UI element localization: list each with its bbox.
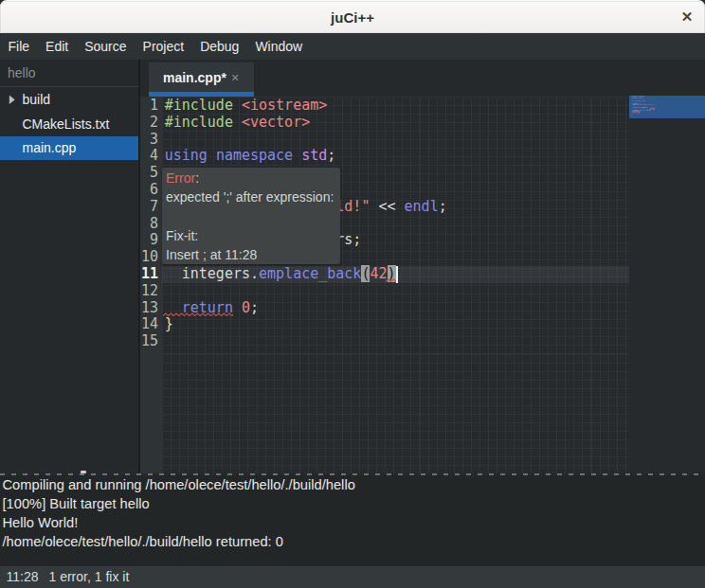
code-token-num: 0 bbox=[242, 299, 250, 316]
code-token-str: <vector> bbox=[242, 114, 310, 131]
code-token-pl bbox=[233, 114, 242, 131]
line-number: 10 bbox=[140, 249, 162, 266]
window-title: juCi++ bbox=[0, 1, 705, 33]
tab-main-cpp[interactable]: main.cpp* × bbox=[149, 62, 254, 97]
code-line-3 bbox=[165, 132, 629, 149]
menu-source[interactable]: Source bbox=[77, 33, 135, 60]
code-line-2: #include <vector> bbox=[165, 115, 629, 132]
code-token-pl: ; bbox=[439, 198, 447, 215]
line-number: 12 bbox=[140, 283, 162, 300]
code-text-area[interactable]: #include <iostream>#include <vector>usin… bbox=[162, 97, 629, 473]
code-token-pl bbox=[233, 299, 242, 316]
line-number: 1 bbox=[140, 98, 162, 115]
close-window-icon[interactable]: ✕ bbox=[678, 1, 696, 33]
diagnostic-tooltip: Error: expected ';' after expression: Fi… bbox=[162, 168, 340, 264]
cursor-position: 11:28 bbox=[7, 569, 39, 584]
tooltip-error-line: Error: bbox=[166, 169, 340, 187]
menu-project[interactable]: Project bbox=[135, 33, 192, 60]
line-number: 9 bbox=[140, 232, 162, 249]
code-token-kw: namespace bbox=[216, 147, 293, 164]
code-line-13: return 0; bbox=[165, 300, 629, 317]
menu-debug[interactable]: Debug bbox=[192, 33, 247, 60]
statusbar: 11:28 1 error, 1 fix it bbox=[0, 566, 705, 588]
code-token-pl bbox=[233, 97, 242, 114]
project-sidebar: hello buildCMakeLists.txtmain.cpp bbox=[0, 60, 138, 473]
error-squiggle bbox=[163, 312, 233, 317]
project-name: hello bbox=[0, 60, 138, 86]
line-number: 14 bbox=[140, 316, 162, 333]
error-squiggle bbox=[386, 278, 396, 283]
code-token-pl: ; bbox=[327, 147, 335, 164]
menubar: FileEditSourceProjectDebugWindow bbox=[0, 33, 705, 60]
code-token-pl bbox=[208, 147, 216, 164]
jucipp-window: juCi++ ✕ FileEditSourceProjectDebugWindo… bbox=[0, 0, 705, 588]
diagnostic-count: 1 error, 1 fix it bbox=[49, 569, 130, 584]
code-token-pp: #include bbox=[165, 97, 233, 114]
tabbar: main.cpp* × bbox=[140, 60, 705, 97]
line-number: 8 bbox=[140, 216, 162, 233]
expander-arrow-icon[interactable] bbox=[9, 95, 16, 105]
line-number: 5 bbox=[140, 165, 162, 182]
line-number: 7 bbox=[140, 199, 162, 216]
line-number: 13 bbox=[140, 300, 162, 317]
line-number: 3 bbox=[140, 132, 162, 149]
code-token-pl bbox=[293, 147, 301, 164]
code-token-pl: ; bbox=[250, 299, 259, 316]
minimap-error-mark bbox=[632, 110, 642, 114]
tooltip-severity: Error bbox=[166, 170, 195, 186]
code-token-pl: << bbox=[370, 198, 404, 215]
code-token-kw: emplace_back bbox=[259, 265, 361, 282]
tree-item-label: build bbox=[23, 92, 51, 107]
code-token-str: <iostream> bbox=[242, 97, 327, 114]
code-token-kw: using bbox=[165, 147, 208, 164]
code-editor[interactable]: 123456789101112131415 #include <iostream… bbox=[140, 97, 705, 473]
line-number: 15 bbox=[140, 333, 162, 350]
minimap-error-mark bbox=[650, 107, 655, 111]
titlebar[interactable]: juCi++ ✕ bbox=[0, 0, 705, 33]
divider-handle bbox=[81, 471, 86, 473]
tooltip-spacer bbox=[166, 207, 340, 226]
code-token-num: 42 bbox=[370, 265, 387, 282]
terminal-line: /home/olece/test/hello/./build/hello ret… bbox=[3, 532, 705, 551]
code-token-ns: std bbox=[301, 147, 327, 164]
code-token-pp: #include bbox=[165, 114, 233, 131]
code-line-4: using namespace std; bbox=[165, 148, 629, 165]
line-number: 11 bbox=[140, 266, 162, 283]
terminal-line: [100%] Built target hello bbox=[3, 494, 705, 513]
tooltip-severity-colon: : bbox=[195, 170, 199, 186]
tooltip-fixit-title: Fix-it: bbox=[166, 226, 340, 245]
terminal-line: Compiling and running /home/olece/test/h… bbox=[3, 475, 705, 494]
line-number: 2 bbox=[140, 115, 162, 132]
tooltip-fixit-text: Insert ; at 11:28 bbox=[166, 245, 340, 264]
code-line-14: } bbox=[165, 316, 629, 333]
tab-label: main.cpp* bbox=[163, 70, 226, 85]
line-number: 6 bbox=[140, 182, 162, 199]
source-minimap[interactable]: #include <iostream>#include <vector>usin… bbox=[629, 97, 705, 473]
tab-close-icon[interactable]: × bbox=[231, 71, 239, 85]
tree-item-label: main.cpp bbox=[23, 140, 77, 155]
file-tree: buildCMakeLists.txtmain.cpp bbox=[0, 87, 138, 160]
tree-item-cmakelists-txt[interactable]: CMakeLists.txt bbox=[0, 112, 138, 136]
tree-item-main-cpp[interactable]: main.cpp bbox=[0, 136, 138, 161]
code-line-12 bbox=[165, 283, 629, 300]
tooltip-message: expected ';' after expression: bbox=[166, 187, 340, 206]
text-caret bbox=[396, 266, 398, 283]
line-number: 4 bbox=[140, 148, 162, 165]
menu-edit[interactable]: Edit bbox=[38, 33, 77, 60]
code-token-kw: endl bbox=[405, 198, 439, 215]
code-line-1: #include <iostream> bbox=[165, 98, 629, 115]
line-number-gutter: 123456789101112131415 bbox=[140, 97, 162, 473]
code-token-pl: integers. bbox=[165, 265, 259, 282]
menu-file[interactable]: File bbox=[0, 33, 38, 60]
menu-window[interactable]: Window bbox=[247, 33, 311, 60]
tree-item-build[interactable]: build bbox=[0, 87, 138, 112]
build-terminal[interactable]: Compiling and running /home/olece/test/h… bbox=[0, 475, 705, 566]
tree-item-label: CMakeLists.txt bbox=[23, 116, 110, 132]
terminal-line: Hello World! bbox=[3, 513, 705, 532]
code-token-pl: } bbox=[165, 315, 173, 332]
code-line-15 bbox=[165, 333, 629, 350]
